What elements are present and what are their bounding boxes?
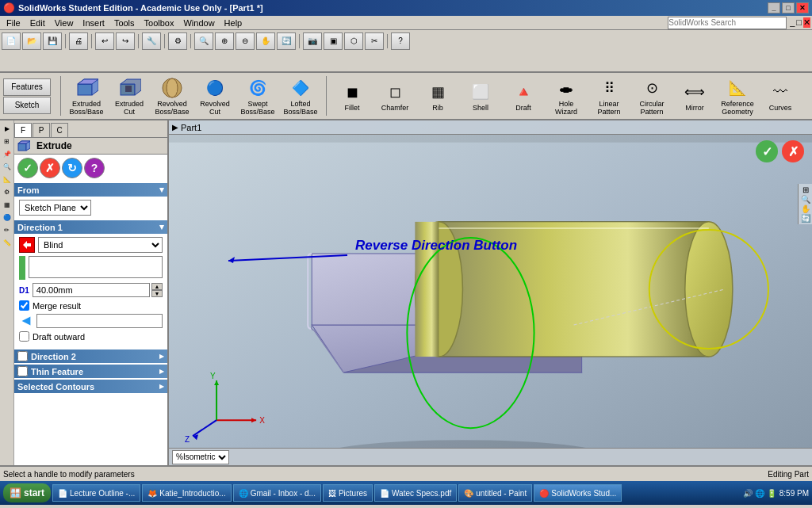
zoom-fit-button[interactable]: 🔍 [194, 32, 213, 50]
taskbar-item-0[interactable]: 📄 Lecture Outline -... [52, 484, 140, 502]
menu-edit[interactable]: Edit [25, 17, 50, 29]
sidebar-icon-6[interactable]: ⚙ [2, 186, 13, 197]
menu-toolbox[interactable]: Toolbox [140, 17, 179, 29]
app-restore-button[interactable]: □ [796, 17, 802, 28]
new-button[interactable]: 📄 [2, 32, 21, 50]
save-button[interactable]: 💾 [43, 32, 62, 50]
mirror-button[interactable]: ⟺ Mirror [676, 78, 714, 114]
taskbar-item-6[interactable]: 🔴 SolidWorks Stud... [534, 484, 622, 502]
start-button[interactable]: 🪟 start [3, 483, 51, 502]
panel-tab-config[interactable]: C [51, 123, 68, 137]
taskbar-item-5[interactable]: 🎨 untitled - Paint [458, 484, 532, 502]
menu-file[interactable]: File [2, 17, 25, 29]
restore-button[interactable]: □ [782, 2, 795, 13]
from-section-header[interactable]: From ▾ [14, 183, 167, 197]
depth-increment-button[interactable]: ▲ [151, 283, 163, 290]
depth-decrement-button[interactable]: ▼ [151, 290, 163, 297]
reverse-direction-button[interactable] [19, 237, 35, 253]
plane-input[interactable] [36, 314, 163, 328]
direction2-checkbox[interactable] [17, 351, 28, 361]
shell-button[interactable]: ⬜ Shell [462, 78, 500, 114]
sidebar-icon-7[interactable]: ▦ [2, 199, 13, 210]
curves-button[interactable]: 〰 Curves [761, 78, 799, 114]
vp-icon-1[interactable]: ⊞ [799, 185, 812, 194]
ok-button[interactable]: ✓ [17, 158, 38, 178]
draft-outward-checkbox[interactable] [19, 331, 29, 342]
menu-tools[interactable]: Tools [109, 17, 140, 29]
wireframe-button[interactable]: ⬡ [344, 32, 363, 50]
preview-button[interactable]: ↻ [62, 158, 82, 178]
close-button[interactable]: ✕ [796, 2, 809, 13]
linear-pattern-button[interactable]: ⠿ LinearPattern [590, 74, 628, 118]
draft-button[interactable]: 🔺 Draft [504, 78, 542, 114]
depth-input[interactable] [33, 283, 150, 297]
from-dropdown[interactable]: Sketch Plane [19, 200, 91, 216]
open-button[interactable]: 📂 [22, 32, 41, 50]
app-minimize-button[interactable]: _ [790, 17, 795, 28]
menu-help[interactable]: Help [220, 17, 247, 29]
sketch-tab[interactable]: Sketch [3, 97, 51, 114]
sidebar-icon-10[interactable]: 📏 [2, 237, 13, 248]
sidebar-icon-3[interactable]: 📌 [2, 148, 13, 159]
viewport-cancel-button[interactable]: ✗ [782, 140, 804, 162]
rebuild-button[interactable]: 🔧 [142, 32, 161, 50]
view-orient-button[interactable]: 📷 [303, 32, 322, 50]
hole-wizard-button[interactable]: 🕳 HoleWizard [547, 74, 585, 118]
search-input[interactable] [668, 17, 787, 29]
print-button[interactable]: 🖨 [69, 32, 88, 50]
features-tab[interactable]: Features [3, 78, 51, 96]
minimize-button[interactable]: _ [768, 2, 780, 13]
menu-view[interactable]: View [50, 17, 79, 29]
rib-button[interactable]: ▦ Rib [419, 78, 457, 114]
menu-insert[interactable]: Insert [78, 17, 109, 29]
merge-result-checkbox[interactable] [19, 300, 29, 311]
direction1-type-dropdown[interactable]: Blind Through All Up To Surface [38, 237, 163, 253]
direction2-section[interactable]: Direction 2 ▸ [14, 349, 167, 363]
redo-button[interactable]: ↪ [116, 32, 135, 50]
sidebar-icon-2[interactable]: ⊞ [2, 136, 13, 147]
vp-icon-4[interactable]: 🔄 [799, 214, 812, 223]
sidebar-icon-5[interactable]: 📐 [2, 174, 13, 185]
taskbar-item-2[interactable]: 🌐 Gmail - Inbox - d... [233, 484, 321, 502]
vp-icon-3[interactable]: ✋ [799, 204, 812, 213]
pan-button[interactable]: ✋ [256, 32, 275, 50]
help-button[interactable]: ? [391, 32, 410, 50]
revolved-cut-button[interactable]: 🔵 RevolvedCut [196, 74, 234, 118]
sidebar-icon-8[interactable]: 🔵 [2, 212, 13, 223]
app-close-button[interactable]: ✕ [803, 17, 810, 28]
extruded-boss-base-button[interactable]: ExtrudedBoss/Base [67, 74, 105, 118]
swept-boss-button[interactable]: 🌀 SweptBoss/Base [239, 74, 277, 118]
cancel-button[interactable]: ✗ [40, 158, 60, 178]
fillet-button[interactable]: ◼ Fillet [333, 78, 371, 114]
reference-geometry-button[interactable]: 📐 ReferenceGeometry [718, 74, 756, 118]
circular-pattern-button[interactable]: ⊙ CircularPattern [633, 74, 671, 118]
panel-tab-feature[interactable]: F [14, 123, 32, 137]
zoom-in-button[interactable]: ⊕ [215, 32, 234, 50]
options-button[interactable]: ⚙ [168, 32, 187, 50]
vp-icon-2[interactable]: 🔍 [799, 195, 812, 204]
thin-feature-checkbox[interactable] [17, 366, 28, 376]
section-view-button[interactable]: ✂ [365, 32, 384, 50]
sidebar-icon-1[interactable]: ▶ [2, 123, 13, 134]
view-dropdown[interactable]: %Isometric [172, 450, 229, 464]
lofted-boss-button[interactable]: 🔷 LoftedBoss/Base [282, 74, 320, 118]
viewport-ok-button[interactable]: ✓ [756, 140, 778, 162]
taskbar-item-4[interactable]: 📄 Watec Specs.pdf [374, 484, 457, 502]
zoom-out-button[interactable]: ⊖ [236, 32, 255, 50]
taskbar-item-1[interactable]: 🦊 Katie_Introductio... [142, 484, 231, 502]
menu-window[interactable]: Window [178, 17, 219, 29]
taskbar-item-3[interactable]: 🖼 Pictures [323, 484, 373, 502]
rotate-button[interactable]: 🔄 [277, 32, 296, 50]
thin-feature-section[interactable]: Thin Feature ▸ [14, 365, 167, 378]
chamfer-button[interactable]: ◻ Chamfer [376, 78, 414, 114]
extruded-cut-button[interactable]: ExtrudedCut [110, 74, 148, 118]
sidebar-icon-9[interactable]: ✏ [2, 224, 13, 235]
selected-contours-section[interactable]: Selected Contours ▸ [14, 380, 167, 393]
direction1-section-header[interactable]: Direction 1 ▾ [14, 220, 167, 234]
help-button-panel[interactable]: ? [84, 158, 105, 178]
revolved-boss-button[interactable]: RevolvedBoss/Base [153, 74, 191, 118]
undo-button[interactable]: ↩ [95, 32, 114, 50]
shaded-button[interactable]: ▣ [324, 32, 343, 50]
panel-tab-property[interactable]: P [33, 123, 50, 137]
sidebar-icon-4[interactable]: 🔍 [2, 161, 13, 172]
